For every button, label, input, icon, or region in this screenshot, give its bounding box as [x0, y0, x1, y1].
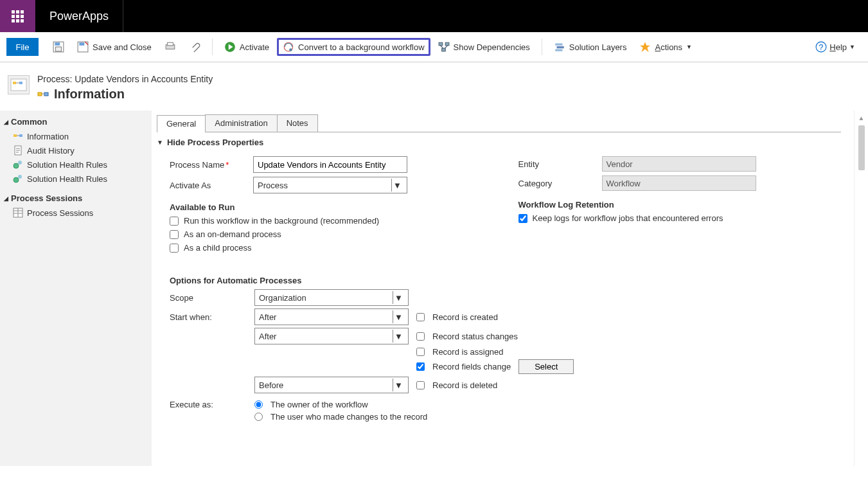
- tab-administration[interactable]: Administration: [205, 114, 277, 132]
- printer-icon: [164, 41, 176, 53]
- sidebar-item-solution-health-1[interactable]: Solution Health Rules: [4, 157, 148, 172]
- attach-button[interactable]: [184, 39, 206, 55]
- user-radio[interactable]: [254, 413, 263, 421]
- sidebar-item-process-sessions[interactable]: Process Sessions: [4, 206, 148, 220]
- save-close-icon: [77, 41, 89, 53]
- activate-as-label: Activate As: [170, 181, 247, 190]
- svg-rect-19: [13, 82, 16, 84]
- breadcrumb: Process: Update Vendors in Accounts Enti…: [37, 74, 213, 84]
- select-button[interactable]: Select: [518, 359, 574, 374]
- record-status-label: Record status changes: [432, 332, 518, 341]
- help-button[interactable]: ? Help ▼: [815, 41, 862, 53]
- start-when-select-2[interactable]: After ▼: [254, 328, 409, 344]
- svg-point-28: [13, 177, 19, 183]
- tablist: General Administration Notes: [157, 114, 841, 132]
- start-when-label: Start when:: [170, 312, 247, 322]
- sidebar-group-label: Process Sessions: [11, 193, 82, 203]
- tab-general[interactable]: General: [157, 115, 206, 132]
- svg-rect-4: [79, 42, 84, 46]
- svg-rect-11: [445, 42, 449, 46]
- sidebar-item-information[interactable]: Information: [4, 129, 148, 143]
- show-dependencies-button[interactable]: Show Dependencies: [433, 39, 535, 55]
- convert-label: Convert to a background workflow: [298, 42, 425, 52]
- svg-rect-20: [19, 82, 22, 84]
- actions-menu[interactable]: Actions ▼: [634, 39, 697, 55]
- owner-radio[interactable]: [254, 400, 263, 409]
- svg-rect-2: [56, 47, 62, 51]
- svg-point-29: [18, 175, 22, 179]
- svg-point-27: [18, 161, 22, 165]
- save-and-close-label: Save and Close: [93, 42, 152, 52]
- file-tab[interactable]: File: [6, 38, 39, 56]
- before-select[interactable]: Before ▼: [254, 377, 409, 393]
- record-fields-checkbox[interactable]: [416, 362, 425, 371]
- paperclip-icon: [189, 41, 200, 53]
- sidebar-item-label: Audit History: [27, 146, 75, 156]
- log-retention-head: Workflow Log Retention: [518, 200, 842, 210]
- show-dependencies-label: Show Dependencies: [454, 42, 530, 52]
- scope-label: Scope: [170, 293, 247, 303]
- print-button[interactable]: [159, 39, 181, 55]
- run-background-checkbox[interactable]: [170, 217, 179, 226]
- sidebar-item-solution-health-2[interactable]: Solution Health Rules: [4, 172, 148, 186]
- convert-button[interactable]: Convert to a background workflow: [277, 38, 430, 56]
- owner-label: The owner of the workflow: [270, 400, 368, 409]
- keep-logs-checkbox[interactable]: [518, 214, 527, 223]
- page-title: Information: [54, 87, 125, 102]
- section-head-label: Hide Process Properties: [167, 138, 263, 147]
- svg-rect-10: [439, 42, 443, 46]
- sidebar-group-common[interactable]: ◢ Common: [4, 117, 148, 127]
- svg-rect-6: [167, 42, 173, 46]
- scope-select[interactable]: Organization ▼: [254, 289, 409, 306]
- svg-rect-22: [44, 93, 48, 96]
- chevron-down-icon: ▼: [393, 379, 404, 391]
- scrollbar[interactable]: ▲: [854, 111, 868, 466]
- sidebar-item-audit-history[interactable]: Audit History: [4, 143, 148, 157]
- save-button[interactable]: [48, 39, 69, 55]
- activate-as-select[interactable]: Process ▼: [253, 177, 407, 193]
- convert-icon: [283, 41, 294, 53]
- sidebar-item-label: Solution Health Rules: [27, 174, 107, 184]
- hide-process-properties-toggle[interactable]: ▼ Hide Process Properties: [157, 138, 841, 147]
- layers-icon: [554, 41, 565, 53]
- before-value: Before: [259, 380, 283, 390]
- activate-button[interactable]: Activate: [219, 39, 274, 55]
- child-process-checkbox[interactable]: [170, 244, 179, 253]
- record-created-checkbox[interactable]: [416, 313, 425, 321]
- actions-label: Actions: [655, 42, 682, 52]
- scroll-thumb[interactable]: [858, 125, 865, 170]
- record-assigned-checkbox[interactable]: [416, 348, 425, 356]
- chevron-down-icon: ▼: [849, 44, 855, 50]
- on-demand-checkbox[interactable]: [170, 230, 179, 239]
- main-layout: ◢ Common Information Audit History Solut…: [0, 111, 868, 466]
- svg-rect-1: [55, 42, 60, 46]
- svg-text:?: ?: [819, 43, 824, 52]
- activate-icon: [224, 41, 236, 53]
- record-deleted-checkbox[interactable]: [416, 381, 425, 389]
- solution-layers-button[interactable]: Solution Layers: [549, 39, 632, 55]
- sidebar-group-label: Common: [11, 117, 47, 127]
- save-and-close-button[interactable]: Save and Close: [72, 39, 157, 55]
- svg-point-9: [289, 48, 292, 51]
- scope-value: Organization: [259, 293, 306, 303]
- page-header: Process: Update Vendors in Accounts Enti…: [0, 62, 868, 111]
- health-icon: [13, 174, 23, 184]
- svg-rect-14: [556, 46, 563, 48]
- chevron-down-icon: ▼: [393, 291, 404, 304]
- entity-value: Vendor: [602, 156, 756, 172]
- sidebar-group-sessions[interactable]: ◢ Process Sessions: [4, 193, 148, 203]
- workflow-icon: [37, 90, 49, 99]
- health-icon: [13, 159, 23, 170]
- tab-notes[interactable]: Notes: [277, 114, 318, 132]
- record-status-checkbox[interactable]: [416, 332, 425, 341]
- start-when-select-1[interactable]: After ▼: [254, 308, 409, 325]
- start-when-value-2: After: [259, 332, 276, 341]
- solution-layers-label: Solution Layers: [569, 42, 627, 52]
- svg-rect-18: [11, 79, 26, 91]
- category-label: Category: [518, 179, 596, 188]
- chevron-down-icon: ▼: [157, 139, 163, 146]
- app-launcher-button[interactable]: [0, 0, 35, 32]
- chevron-down-icon: ▼: [391, 179, 403, 192]
- activate-label: Activate: [240, 42, 269, 52]
- process-name-input[interactable]: [253, 156, 407, 173]
